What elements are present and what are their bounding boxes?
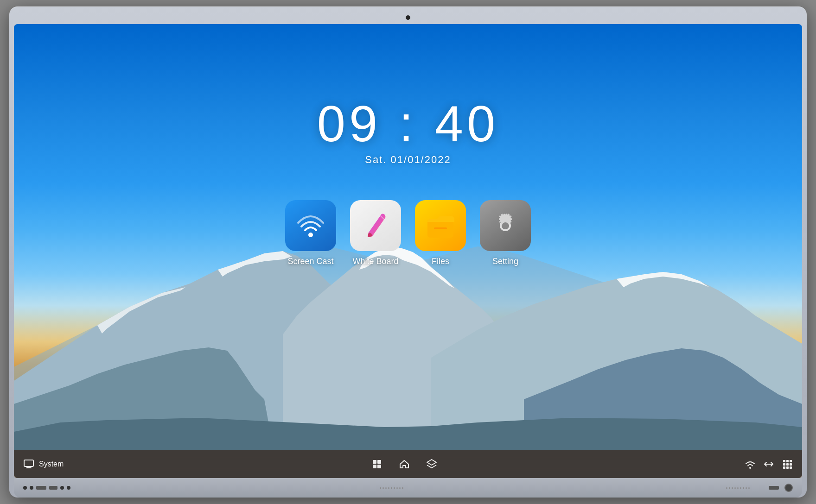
svg-rect-20 [373,465,376,468]
files-folder-icon [424,209,457,242]
app-screencast[interactable]: Screen Cast [285,200,336,266]
svg-rect-21 [377,465,381,468]
svg-rect-31 [783,466,785,469]
screen-container: 09 : 40 Sat. 01/01/2022 [14,24,802,478]
settings-icon-bg [480,200,531,251]
home-icon[interactable] [399,459,410,470]
svg-rect-18 [373,460,376,464]
svg-point-11 [308,233,313,237]
screencast-wifi-icon [296,211,326,241]
files-icon-bg [415,200,466,251]
svg-rect-25 [783,460,785,462]
svg-point-23 [749,467,751,469]
svg-rect-15 [24,460,33,466]
svg-rect-16 [27,466,31,467]
svg-rect-17 [26,467,32,468]
monitor-frame: 09 : 40 Sat. 01/01/2022 [9,6,807,498]
svg-rect-27 [790,460,792,462]
speaker-grille-right [726,487,763,489]
apps-grid-icon[interactable] [782,459,793,470]
settings-gear-icon [490,210,521,241]
whiteboard-pen-icon [359,209,392,242]
clock-time: 09 : 40 [317,98,499,149]
port-area [23,486,70,490]
svg-rect-29 [786,463,789,466]
app-whiteboard[interactable]: White Board [350,200,401,266]
svg-rect-13 [434,227,447,229]
layers-icon[interactable] [426,459,437,470]
svg-marker-22 [427,460,436,465]
top-bezel [14,11,802,24]
hdmi-port [36,486,46,490]
svg-rect-32 [786,466,789,469]
svg-point-14 [502,222,509,229]
svg-rect-30 [790,463,792,466]
app-settings[interactable]: Setting [480,200,531,266]
system-label: System [39,460,64,468]
whiteboard-icon-bg [350,200,401,251]
wifi-status-icon[interactable] [745,459,756,470]
windows-start-icon[interactable] [371,459,382,470]
svg-rect-28 [783,463,785,466]
taskbar-left[interactable]: System [23,459,64,470]
app-grid: Screen Cast [285,200,531,266]
taskbar-right [745,459,793,470]
taskbar-center [371,459,437,470]
speaker-grille-left [380,487,417,489]
svg-rect-33 [790,466,792,469]
port-dot2 [60,486,64,490]
power-button[interactable] [784,484,793,492]
svg-rect-26 [786,460,789,462]
screencast-icon-bg [285,200,336,251]
clock-section: 09 : 40 Sat. 01/01/2022 [317,98,499,166]
power-indicator [23,486,27,490]
svg-rect-19 [377,460,381,464]
usb-port [49,486,57,490]
taskbar: System [14,450,802,478]
files-label: Files [432,257,449,266]
whiteboard-label: White Board [352,257,398,266]
settings-label: Setting [492,257,518,266]
input-switch-icon[interactable] [763,459,774,470]
monitor-taskbar-icon [23,459,34,470]
port-dot [30,486,33,490]
clock-date: Sat. 01/01/2022 [317,154,499,166]
port-dot3 [67,486,70,490]
hdmi-port-right [769,486,779,490]
screencast-label: Screen Cast [287,257,333,266]
app-files[interactable]: Files [415,200,466,266]
bezel-right-area [726,484,793,492]
camera [406,15,410,20]
screen: 09 : 40 Sat. 01/01/2022 [14,24,802,478]
bottom-bezel [14,478,802,498]
